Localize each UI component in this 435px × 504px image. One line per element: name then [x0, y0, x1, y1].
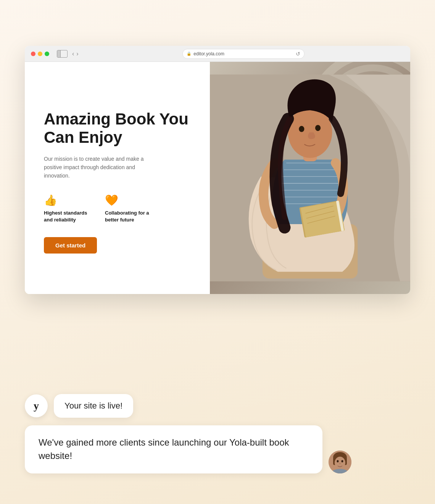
chat-bubble-2: We've gained more clients since launchin… [25, 425, 322, 473]
feature-item-2: 🧡 Collaborating for a better future [105, 194, 155, 223]
maximize-dot[interactable] [45, 52, 49, 56]
left-panel: Amazing Book You Can Enjoy Our mission i… [25, 62, 210, 294]
yola-logo-letter: y [34, 400, 39, 412]
back-button[interactable]: ‹ [72, 50, 74, 57]
browser-dots [31, 52, 49, 56]
address-bar[interactable]: 🔒 editor.yola.com ↺ [182, 49, 304, 59]
minimize-dot[interactable] [38, 52, 42, 56]
reload-button[interactable]: ↺ [296, 51, 300, 57]
forward-button[interactable]: › [76, 50, 78, 57]
chat-bubble-1: Your site is live! [54, 394, 133, 418]
svg-point-17 [315, 125, 321, 131]
browser-chrome: ‹ › 🔒 editor.yola.com ↺ [25, 46, 410, 62]
address-bar-container: 🔒 editor.yola.com ↺ [83, 49, 404, 59]
hero-image [210, 62, 410, 294]
thumbs-up-icon: 👍 [44, 194, 93, 207]
browser-window: ‹ › 🔒 editor.yola.com ↺ Amazing Book You… [25, 46, 410, 294]
get-started-button[interactable]: Get started [44, 237, 97, 254]
svg-point-23 [337, 460, 339, 462]
svg-point-24 [342, 460, 343, 462]
close-dot[interactable] [31, 52, 35, 56]
features-row: 👍 Highest standards and reliability 🧡 Co… [44, 194, 191, 223]
chat-row-1: y Your site is live! [25, 394, 410, 418]
feature-2-label: Collaborating for a better future [105, 210, 155, 223]
yola-logo: y [25, 394, 48, 417]
heart-icon: 🧡 [105, 194, 155, 207]
hero-description: Our mission is to create value and make … [44, 155, 151, 180]
svg-point-25 [339, 463, 341, 464]
sidebar-toggle-button[interactable] [57, 50, 68, 58]
chat-bubble-2-text: We've gained more clients since launchin… [39, 437, 289, 461]
feature-item-1: 👍 Highest standards and reliability [44, 194, 93, 223]
chat-row-2: We've gained more clients since launchin… [25, 425, 410, 473]
browser-content: Amazing Book You Can Enjoy Our mission i… [25, 62, 410, 294]
svg-point-16 [299, 126, 304, 132]
hero-title: Amazing Book You Can Enjoy [44, 110, 191, 147]
chat-bubble-1-text: Your site is live! [64, 401, 122, 410]
chat-section: y Your site is live! We've gained more c… [25, 394, 410, 473]
user-avatar [329, 451, 351, 473]
url-text: editor.yola.com [193, 51, 224, 57]
nav-arrows: ‹ › [72, 50, 79, 57]
feature-1-label: Highest standards and reliability [44, 210, 93, 223]
lock-icon: 🔒 [187, 52, 191, 56]
right-panel [210, 62, 410, 294]
